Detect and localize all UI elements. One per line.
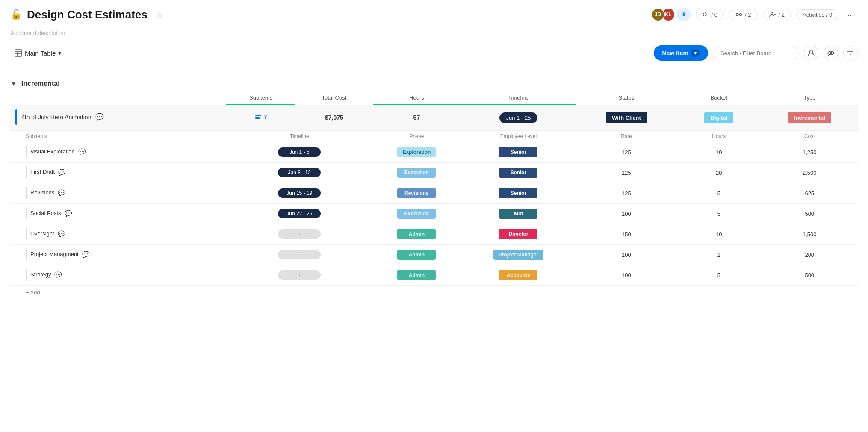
subitem-phase-cell: Execution	[373, 162, 461, 183]
filter-icon-button[interactable]	[843, 46, 858, 60]
subitem-timeline-pill[interactable]: Jun 22 - 25	[278, 209, 321, 218]
subitem-comment-icon[interactable]: 💬	[58, 230, 65, 237]
subitem-timeline-pill[interactable]: Jun 15 - 19	[278, 188, 321, 198]
hours-value: 5	[717, 211, 720, 217]
subitem-comment-icon[interactable]: 💬	[65, 210, 72, 217]
subitem-rate-cell: 125	[576, 183, 676, 203]
phase-pill[interactable]: Execution	[397, 168, 436, 178]
rate-value: 100	[622, 252, 631, 258]
level-pill[interactable]: Director	[499, 229, 537, 239]
type-pill[interactable]: Incremental	[788, 112, 831, 123]
subitem-comment-icon[interactable]: 💬	[82, 251, 89, 258]
subitem-comment-icon[interactable]: 💬	[54, 271, 62, 278]
subitem-comment-icon[interactable]: 💬	[58, 169, 65, 176]
avatar-user1: JD	[651, 8, 665, 21]
subitem-hours-cell: 10	[676, 142, 761, 162]
avatar-view-icon[interactable]: 👁	[677, 8, 691, 21]
subitem-comment-icon[interactable]: 💬	[58, 189, 65, 196]
board-description[interactable]: Add board description	[0, 26, 868, 40]
main-content: ▼ Incremental Subitems Total Cost Hours …	[0, 66, 868, 299]
phase-pill[interactable]: Revisions	[397, 188, 436, 198]
level-pill[interactable]: Accounts	[499, 270, 537, 280]
subitem-level-cell: Senior	[461, 142, 576, 162]
col-header-subitems: Subitems	[226, 91, 295, 105]
phase-pill[interactable]: Exploration	[397, 147, 436, 157]
col-header-status: Status	[576, 91, 676, 105]
subitem-timeline-pill[interactable]: -	[278, 270, 321, 280]
level-pill[interactable]: Senior	[499, 168, 537, 178]
col-header-hours: Hours	[373, 91, 461, 105]
invite-value: / 2	[779, 12, 785, 18]
hours-value: 5	[717, 190, 720, 197]
user-icon-button[interactable]	[804, 46, 818, 60]
activities-stat[interactable]: Activities / 0	[796, 9, 838, 20]
hours-value: 10	[716, 231, 722, 238]
comment-icon[interactable]: 💬	[95, 113, 104, 121]
subitem-name-cell: Revisions 💬	[10, 183, 226, 203]
subitem-name: Visual Exploration	[30, 148, 75, 155]
subitem-timeline-cell: -	[226, 265, 373, 285]
subitem-name-cell: Oversight 💬	[10, 224, 226, 244]
subitem-hours-cell: 5	[676, 183, 761, 203]
subitem-name-cell: Project Managment 💬	[10, 244, 226, 265]
more-options-button[interactable]: ···	[844, 8, 858, 21]
subitem-row: Project Managment 💬 - Admin Project Mana…	[10, 244, 858, 265]
level-pill[interactable]: Project Manager	[493, 250, 543, 260]
subitems-badge[interactable]: 7	[255, 114, 267, 120]
col-header-bucket: Bucket	[676, 91, 761, 105]
main-table: Subitems Total Cost Hours Timeline Statu…	[10, 91, 858, 299]
phase-pill[interactable]: Admin	[397, 229, 436, 239]
subitem-phase-cell: Admin	[373, 224, 461, 244]
star-icon[interactable]: ☆	[156, 10, 163, 19]
subitems-count: 7	[264, 114, 267, 120]
subitem-name: Project Managment	[30, 251, 79, 257]
invite-stat[interactable]: / 2	[763, 9, 791, 20]
subitem-timeline-pill[interactable]: -	[278, 229, 321, 239]
svg-rect-17	[255, 118, 260, 119]
bucket-pill[interactable]: Digital	[704, 112, 733, 123]
automations-stat[interactable]: / 0	[696, 9, 724, 20]
subitem-cost-cell: 200	[762, 244, 858, 265]
subitem-row: First Draft 💬 Jun 8 - 12 Execution Senio…	[10, 162, 858, 183]
hours-value: 10	[716, 149, 722, 156]
add-subitem-button[interactable]: + Add	[10, 285, 858, 299]
phase-pill[interactable]: Execution	[397, 209, 436, 219]
search-input[interactable]	[713, 47, 799, 59]
integrations-stat[interactable]: / 2	[729, 9, 757, 20]
svg-rect-15	[255, 115, 261, 116]
subitem-timeline-pill[interactable]: Jun 1 - 5	[278, 147, 321, 157]
svg-rect-4	[15, 50, 22, 56]
subitem-comment-icon[interactable]: 💬	[78, 148, 86, 155]
subitem-name: Strategy	[30, 271, 51, 278]
new-item-dropdown-icon: ▾	[691, 49, 700, 57]
subitem-name-cell: Visual Exploration 💬	[10, 142, 226, 162]
level-pill[interactable]: Mid	[499, 209, 537, 219]
subitem-phase-cell: Admin	[373, 244, 461, 265]
subitem-col-name: Subitems	[10, 130, 226, 142]
phase-pill[interactable]: Admin	[397, 250, 436, 260]
main-row-bucket: Digital	[676, 105, 761, 130]
rate-value: 100	[622, 211, 631, 217]
subitem-cost-cell: 1,250	[762, 142, 858, 162]
subitem-timeline-pill[interactable]: -	[278, 250, 321, 259]
table-icon	[15, 49, 22, 57]
svg-point-1	[740, 14, 742, 16]
level-pill[interactable]: Senior	[499, 188, 537, 198]
invite-icon	[769, 11, 776, 18]
col-header-timeline: Timeline	[461, 91, 576, 105]
col-header-total-cost: Total Cost	[295, 91, 372, 105]
new-item-button[interactable]: New Item ▾	[654, 45, 708, 61]
level-pill[interactable]: Senior	[499, 147, 537, 157]
hours-value: 5	[717, 272, 720, 279]
lock-icon: 🔓	[10, 9, 22, 20]
main-table-label: Main Table	[25, 50, 56, 57]
group-chevron-icon[interactable]: ▼	[10, 80, 17, 88]
add-subitem-row[interactable]: + Add	[10, 285, 858, 299]
timeline-pill[interactable]: Jun 1 - 25	[499, 112, 538, 123]
eye-icon-button[interactable]	[824, 46, 838, 60]
status-pill[interactable]: With Client	[606, 112, 647, 123]
hours-value: 2	[717, 252, 720, 258]
subitem-timeline-pill[interactable]: Jun 8 - 12	[278, 168, 321, 177]
phase-pill[interactable]: Admin	[397, 270, 436, 280]
main-table-button[interactable]: Main Table ▾	[10, 47, 66, 59]
